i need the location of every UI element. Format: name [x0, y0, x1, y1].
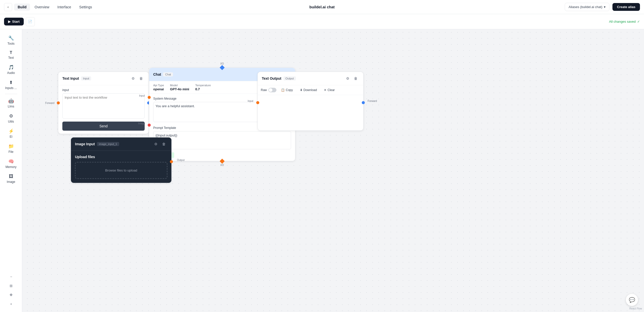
- text-input-node-header: Text Input Input ⚙ 🗑: [58, 72, 149, 85]
- tab-settings[interactable]: Settings: [76, 4, 96, 11]
- sidebar-item-label: Utils: [8, 120, 14, 123]
- sidebar-item-image[interactable]: 🖼 Image: [2, 172, 20, 186]
- input-field-label: input: [62, 88, 145, 92]
- raw-toggle-switch[interactable]: [268, 88, 276, 92]
- move-button[interactable]: ✥: [7, 291, 15, 299]
- tab-overview[interactable]: Overview: [31, 4, 53, 11]
- tools-icon: 🔧: [8, 35, 14, 41]
- document-icon: 📄: [28, 20, 32, 23]
- output-input-label: Input: [248, 100, 253, 102]
- upload-title: Upload files: [75, 155, 167, 159]
- forward-port-label: Forward: [45, 101, 55, 104]
- text-output-actions: ⚙ 🗑: [344, 75, 359, 82]
- tab-build[interactable]: Build: [14, 4, 30, 11]
- chevron-down-icon: ▾: [604, 5, 606, 9]
- sidebar-item-label: Inputs ...: [5, 86, 17, 90]
- raw-label: Raw: [261, 88, 267, 92]
- api-type-label: Api Type: [153, 84, 164, 87]
- api-type-value: openai: [153, 87, 164, 91]
- temperature-label: Temperature: [195, 84, 211, 87]
- sidebar-item-label: Text: [8, 56, 14, 60]
- image-input-title: Image Input: [75, 142, 95, 146]
- back-button[interactable]: ‹: [4, 3, 12, 11]
- document-button[interactable]: 📄: [26, 17, 35, 26]
- nav-tabs: Build Overview Interface Settings: [14, 4, 95, 11]
- temperature-field: Temperature 0.7: [195, 84, 211, 91]
- copy-icon: 📋: [281, 88, 285, 92]
- create-alias-button[interactable]: Create alias: [612, 3, 640, 11]
- react-flow-watermark: React Flow: [629, 307, 642, 310]
- saved-label: All changes saved: [609, 20, 636, 23]
- model-label: Model: [170, 84, 189, 87]
- image-output-port: [170, 160, 173, 163]
- sidebar-item-tools[interactable]: 🔧 Tools: [2, 33, 20, 47]
- sidebar-item-label: Llms: [8, 105, 14, 108]
- start-button[interactable]: ▶ Start: [4, 18, 24, 25]
- text-input-body: input Send: [58, 85, 149, 134]
- chat-support-button[interactable]: 💬: [626, 294, 638, 306]
- text-output-badge: Output: [284, 76, 296, 80]
- download-label: Download: [303, 88, 317, 92]
- clear-button[interactable]: ✕ Clear: [321, 87, 337, 93]
- browse-files-label: Browse files to upload: [105, 168, 137, 172]
- delete-button[interactable]: 🗑: [138, 75, 145, 82]
- image-input-actions: ⚙ 🗑: [152, 140, 167, 148]
- tab-interface[interactable]: Interface: [54, 4, 74, 11]
- sidebar-item-inputs[interactable]: ⬆ Inputs ...: [2, 78, 20, 92]
- image-input-node: Output Image Input image_input_1 ⚙ 🗑 Upl…: [71, 137, 172, 183]
- sidebar: 🔧 Tools T Text 🎵 Audio ⬆ Inputs ... 🤖 Ll…: [0, 29, 22, 312]
- sidebar-item-label: Tools: [7, 42, 14, 45]
- sidebar-item-utils[interactable]: ⚙ Utils: [2, 111, 20, 125]
- send-button[interactable]: Send: [62, 122, 145, 131]
- sidebar-item-label: File: [9, 150, 13, 154]
- save-status: All changes saved ✓: [609, 20, 640, 23]
- text-icon: T: [10, 50, 12, 55]
- output-input-port: [256, 101, 259, 104]
- upload-area[interactable]: Browse files to upload: [75, 162, 167, 179]
- workflow-canvas[interactable]: 🔧 Tools T Text 🎵 Audio ⬆ Inputs ... 🤖 Ll…: [0, 29, 644, 312]
- api-type-field: Api Type openai: [153, 84, 164, 91]
- sidebar-zoom-controls: − ⊞ ✥ +: [0, 273, 22, 308]
- image-delete-button[interactable]: 🗑: [160, 140, 167, 148]
- sidebar-item-text[interactable]: T Text: [2, 48, 20, 62]
- zoom-minus-button[interactable]: −: [7, 273, 15, 281]
- output-content-area: [258, 95, 363, 130]
- text-output-header: Text Output Output ⚙ 🗑: [258, 72, 363, 85]
- text-input-title: Text Input: [62, 76, 79, 80]
- download-button[interactable]: ⬇ Download: [297, 87, 319, 93]
- sidebar-item-el[interactable]: ⚡ El: [2, 126, 20, 140]
- sidebar-item-memory[interactable]: 🧠 Memory: [2, 157, 20, 171]
- sidebar-item-label: Audio: [7, 71, 15, 75]
- text-input-field[interactable]: [62, 93, 145, 119]
- zoom-plus-button[interactable]: +: [7, 300, 15, 308]
- memory-icon: 🧠: [8, 159, 14, 164]
- llms-icon: 🤖: [8, 98, 14, 104]
- sidebar-divider: [5, 94, 17, 94]
- chat-input-port: [148, 96, 151, 99]
- chat-input-label: Input: [139, 94, 145, 97]
- image-settings-button[interactable]: ⚙: [152, 140, 159, 148]
- text-output-delete-button[interactable]: 🗑: [352, 75, 359, 82]
- io-bottom-label: I/O: [220, 164, 224, 166]
- text-output-settings-button[interactable]: ⚙: [344, 75, 351, 82]
- sidebar-item-file[interactable]: 📁 File: [2, 141, 20, 156]
- settings-button[interactable]: ⚙: [130, 75, 137, 82]
- sidebar-item-audio[interactable]: 🎵 Audio: [2, 63, 20, 77]
- output-forward-label: Forward: [368, 100, 377, 102]
- image-icon: 🖼: [9, 174, 13, 179]
- file-icon: 📁: [8, 144, 14, 149]
- check-icon: ✓: [637, 20, 640, 23]
- play-icon: ▶: [8, 20, 11, 23]
- utils-icon: ⚙: [9, 113, 13, 119]
- inputs-icon: ⬆: [9, 80, 13, 85]
- fit-view-button[interactable]: ⊞: [7, 282, 15, 290]
- text-output-title: Text Output: [262, 76, 281, 80]
- image-input-badge: image_input_1: [97, 142, 119, 146]
- model-value: GPT-4o mini: [170, 87, 189, 91]
- copy-button[interactable]: 📋 Copy: [278, 87, 295, 93]
- aliases-button[interactable]: Aliases (buildel.ai chat) ▾: [565, 3, 609, 11]
- clear-icon: ✕: [324, 88, 326, 92]
- el-icon: ⚡: [8, 128, 14, 134]
- prompt-template-field[interactable]: {{Input:output}}: [153, 131, 291, 149]
- sidebar-item-llms[interactable]: 🤖 Llms: [2, 96, 20, 110]
